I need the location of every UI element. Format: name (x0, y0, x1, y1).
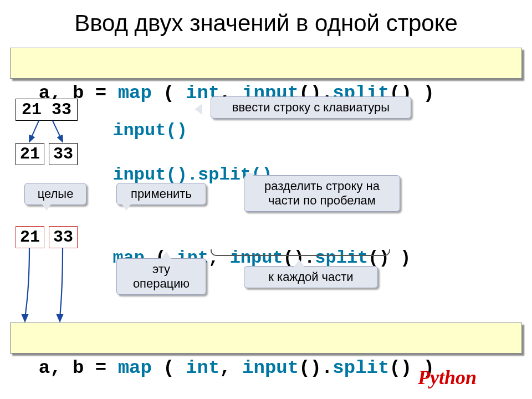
value-box-21-b: 21 (16, 226, 44, 248)
language-label: Python (418, 366, 477, 389)
callout-op: эту операцию (116, 258, 206, 295)
value-box-33-a: 33 (49, 143, 78, 165)
code-bar-bottom: a, b = map ( int, input().split() ) (10, 323, 522, 354)
code-bar-top: a, b = map ( int, input().split() ) (10, 48, 522, 79)
callout-tail-op (161, 252, 172, 259)
callout-tail-ints (41, 203, 52, 211)
code-row-1: input() (91, 100, 187, 141)
callout-apply: применить (116, 183, 206, 205)
value-box-pair: 21 33 (16, 99, 78, 121)
page-title: Ввод двух значений в одной строке (0, 0, 532, 43)
callout-input: ввести строку с клавиатуры (211, 96, 411, 119)
callout-each: к каждой части (244, 266, 378, 288)
callout-tail-1 (195, 104, 202, 115)
callout-tail-apply (121, 203, 132, 211)
callout-ints: целые (24, 183, 86, 205)
brace-split-part (211, 249, 390, 256)
value-box-21-a: 21 (16, 143, 44, 165)
value-box-33-b: 33 (49, 226, 78, 248)
callout-tail-each (294, 259, 305, 267)
callout-split: разделить строку на части по пробелам (244, 175, 400, 212)
